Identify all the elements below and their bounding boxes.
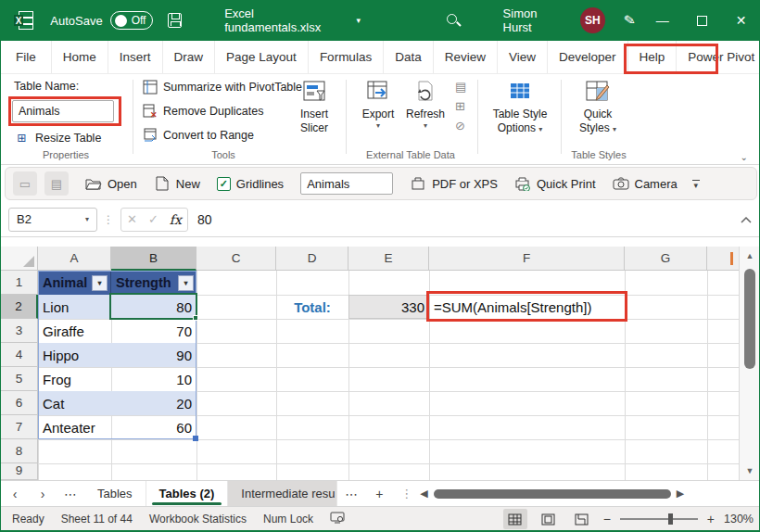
cell-a5[interactable]: Frog <box>38 367 111 391</box>
pdf-xps-button[interactable]: PDF or XPS <box>410 175 498 192</box>
horizontal-scroll-thumb[interactable] <box>434 489 671 499</box>
row-header-4[interactable]: 4 <box>1 343 38 367</box>
row-header-3[interactable]: 3 <box>1 319 38 343</box>
cell-b4[interactable]: 90 <box>111 343 196 367</box>
cell-a4[interactable]: Hippo <box>38 343 111 367</box>
tab-insert[interactable]: Insert <box>108 41 163 73</box>
enter-icon[interactable]: ✓ <box>148 212 158 226</box>
tab-data[interactable]: Data <box>384 41 434 73</box>
table-resize-handle[interactable] <box>193 436 198 441</box>
expand-formula-bar-icon[interactable] <box>741 211 752 228</box>
user-name[interactable]: Simon Hurst <box>503 6 567 34</box>
convert-to-range-button[interactable]: Convert to Range <box>142 127 254 143</box>
refresh-button[interactable]: Refresh ▾ <box>401 80 450 131</box>
export-button[interactable]: Export ▾ <box>355 80 401 131</box>
cell-a3[interactable]: Giraffe <box>38 319 111 343</box>
zoom-out-button[interactable]: − <box>603 512 611 526</box>
insert-function-icon[interactable]: fx <box>170 212 182 227</box>
cell-b5[interactable]: 10 <box>111 367 196 391</box>
tab-home[interactable]: Home <box>52 41 108 73</box>
minimize-button[interactable]: — <box>642 0 682 41</box>
column-header-g[interactable]: G <box>625 247 707 271</box>
select-all-corner[interactable] <box>1 247 38 271</box>
tab-formulas[interactable]: Formulas <box>309 41 384 73</box>
search-icon[interactable] <box>446 13 460 28</box>
column-header-partial[interactable] <box>707 247 739 271</box>
sheet-nav-prev-icon[interactable]: ‹ <box>1 481 29 506</box>
close-button[interactable]: ✕ <box>721 0 760 41</box>
tab-view[interactable]: View <box>498 41 548 73</box>
filter-dropdown-icon[interactable]: ▾ <box>178 275 194 291</box>
quick-styles-button[interactable]: Quick Styles ▾ <box>570 80 626 135</box>
tab-draw[interactable]: Draw <box>163 41 216 73</box>
gridlines-toggle[interactable]: ✓ Gridlines <box>217 177 284 191</box>
camera-button[interactable]: Camera <box>613 175 678 192</box>
maximize-button[interactable] <box>682 0 722 41</box>
quick-print-button[interactable]: Quick Print <box>514 175 596 192</box>
cell-b6[interactable]: 20 <box>111 391 196 415</box>
zoom-level[interactable]: 130% <box>724 513 754 526</box>
cell-b3[interactable]: 70 <box>111 319 196 343</box>
sheet-tab-tables-2[interactable]: Tables (2) <box>146 481 229 506</box>
zoom-in-button[interactable]: + <box>707 512 715 526</box>
tab-splitter-handle[interactable]: ⋮ <box>400 481 412 506</box>
column-header-e[interactable]: E <box>348 247 429 271</box>
normal-view-button[interactable] <box>503 509 527 529</box>
formula-bar-input[interactable]: 80 <box>197 212 741 227</box>
sheet-tab-tables[interactable]: Tables <box>84 481 146 506</box>
cell-d2-total-label[interactable]: Total: <box>276 295 348 319</box>
row-header-1[interactable]: 1 <box>1 271 38 295</box>
tab-review[interactable]: Review <box>434 41 498 73</box>
insert-slicer-button[interactable]: Insert Slicer <box>290 80 338 135</box>
horizontal-scrollbar[interactable]: ◀ ▶ <box>420 481 760 506</box>
status-sheet-info[interactable]: Sheet 11 of 44 <box>61 513 133 526</box>
resize-table-button[interactable]: ⊞ Resize Table <box>14 130 101 146</box>
column-header-d[interactable]: D <box>276 247 348 271</box>
vertical-scroll-thumb[interactable] <box>744 269 755 369</box>
unlink-icon[interactable]: ⊘ <box>455 119 466 133</box>
cancel-icon[interactable]: ✕ <box>127 212 137 226</box>
tab-power-pivot[interactable]: Power Pivot <box>677 41 760 73</box>
announcements-icon[interactable]: ✎ <box>623 11 637 30</box>
filter-dropdown-icon[interactable]: ▾ <box>92 275 108 291</box>
status-workbook-statistics[interactable]: Workbook Statistics <box>149 513 247 526</box>
table-header-animal[interactable]: Animal ▾ <box>38 271 111 295</box>
column-header-b[interactable]: B <box>111 247 196 271</box>
display-settings-icon[interactable] <box>330 512 345 526</box>
collapse-ribbon-icon[interactable]: ⌄ <box>741 152 748 162</box>
autosave-toggle[interactable]: Off <box>110 11 153 30</box>
customize-qat-button[interactable]: ▾ <box>692 180 700 188</box>
qat-touch-mode-button[interactable]: ▭ <box>13 171 37 196</box>
row-header-2[interactable]: 2 <box>1 295 38 319</box>
zoom-slider-thumb[interactable] <box>668 513 673 525</box>
remove-duplicates-button[interactable]: ✕ Remove Duplicates <box>142 103 263 119</box>
column-header-f[interactable]: F <box>429 247 625 271</box>
tab-page-layout[interactable]: Page Layout <box>215 41 309 73</box>
row-header-9[interactable]: 9 <box>1 463 38 480</box>
document-title[interactable]: Excel fundamentals.xlsx ▾ <box>224 6 361 34</box>
scroll-right-icon[interactable]: ▶ <box>677 488 684 500</box>
qat-form-button[interactable]: ▤ <box>44 171 69 196</box>
table-properties-icon[interactable]: ▤ <box>455 80 466 94</box>
cell-a6[interactable]: Cat <box>38 391 111 415</box>
cell-f2-formula[interactable]: =SUM(Animals[Strength]) <box>429 295 625 319</box>
table-header-strength[interactable]: Strength ▾ <box>111 271 196 295</box>
tab-developer[interactable]: Developer <box>548 41 628 73</box>
row-header-5[interactable]: 5 <box>1 367 38 391</box>
zoom-slider[interactable] <box>620 518 698 520</box>
column-header-a[interactable]: A <box>38 247 111 271</box>
column-header-c[interactable]: C <box>196 247 276 271</box>
new-button[interactable]: New <box>154 175 200 192</box>
sheet-list-icon[interactable]: ⋯ <box>57 481 84 506</box>
page-layout-view-button[interactable] <box>537 509 561 529</box>
add-sheet-button[interactable]: + <box>365 481 393 506</box>
summarize-pivottable-button[interactable]: Summarize with PivotTable <box>142 79 302 95</box>
row-header-7[interactable]: 7 <box>1 415 38 439</box>
excel-app-icon[interactable]: X <box>14 11 33 30</box>
avatar[interactable]: SH <box>580 7 605 33</box>
tab-file[interactable]: File <box>1 41 52 73</box>
row-header-8[interactable]: 8 <box>1 439 38 463</box>
qat-name-input[interactable]: Animals <box>300 172 393 195</box>
spreadsheet-grid[interactable]: A B C D E F G 1 2 3 4 5 6 7 8 9 Animal ▾… <box>1 247 739 480</box>
fill-handle[interactable] <box>193 315 198 321</box>
